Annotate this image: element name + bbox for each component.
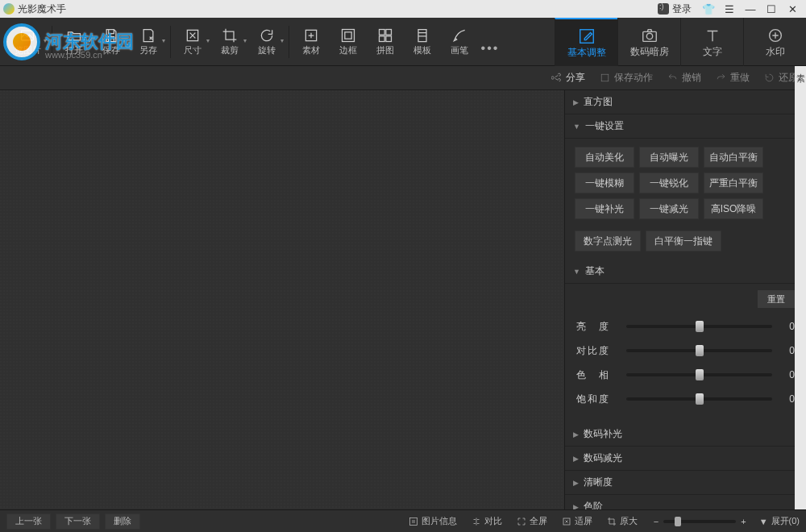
slider-0[interactable]: 亮 度 0 [576, 314, 795, 339]
quick-btn-8[interactable]: 高ISO降噪 [704, 198, 763, 219]
slider-thumb[interactable] [696, 393, 704, 405]
save-action-icon [600, 73, 610, 83]
quick-btn-4[interactable]: 一键锐化 [639, 172, 699, 193]
section-1[interactable]: ▶数码减光 [565, 447, 806, 471]
quick-btn-5[interactable]: 严重白平衡 [704, 172, 763, 193]
login-button[interactable]: 登录 [651, 0, 698, 18]
chevron-right-icon: ▶ [573, 503, 579, 510]
quick-btn-2[interactable]: 自动白平衡 [704, 147, 763, 168]
sub-toolbar: 分享 保存动作 撤销 重做 还原 [0, 66, 806, 90]
brush-button[interactable]: 画笔 [441, 18, 478, 66]
crop-button[interactable]: 裁剪▾ [211, 18, 248, 66]
quick-btn-1[interactable]: 自动曝光 [639, 147, 699, 168]
brush-icon [451, 27, 468, 44]
zoom-in-icon[interactable]: + [741, 517, 746, 526]
info-icon [409, 517, 418, 526]
restore-button[interactable]: 还原 [764, 71, 798, 85]
frame-icon [339, 27, 357, 44]
slider-3[interactable]: 饱和度 0 [576, 387, 795, 411]
maximize-button[interactable]: ☐ [761, 0, 782, 18]
slider-value: 0 [779, 321, 795, 332]
next-image-button[interactable]: 下一张 [56, 513, 100, 530]
material-button[interactable]: 素材 [293, 18, 330, 66]
share-button[interactable]: 分享 [551, 71, 585, 85]
slider-thumb[interactable] [696, 321, 704, 332]
delete-button[interactable]: 删除 [105, 513, 140, 530]
image-info-button[interactable]: 图片信息 [404, 515, 462, 527]
app-icon [3, 3, 15, 15]
prev-image-button[interactable]: 上一张 [6, 513, 51, 530]
undo-button[interactable]: 撤销 [667, 71, 701, 85]
close-button[interactable]: ✕ [782, 0, 803, 18]
open-button[interactable]: 打开▾ [56, 18, 93, 66]
slider-2[interactable]: 色 相 0 [576, 363, 795, 387]
quick-row2-btn-1[interactable]: 白平衡一指键 [646, 231, 721, 251]
titlebar: 光影魔术手 登录 👕 ☰ — ☐ ✕ [0, 0, 806, 18]
slider-label: 对比度 [576, 344, 620, 358]
slider-label: 色 相 [576, 368, 620, 382]
section-0[interactable]: ▶数码补光 [565, 422, 806, 447]
section-3[interactable]: ▶色阶 [565, 495, 806, 509]
original-size-button[interactable]: 原大 [602, 515, 642, 527]
section-histogram[interactable]: ▶ 直方图 [565, 90, 806, 114]
fullscreen-button[interactable]: 全屏 [512, 515, 552, 527]
frame-button[interactable]: 边框 [330, 18, 367, 66]
section-quick-settings[interactable]: ▼ 一键设置 [565, 114, 806, 139]
slider-track[interactable] [626, 397, 772, 401]
chevron-right-icon: ▶ [573, 479, 579, 487]
rotate-button[interactable]: 旋转▾ [248, 18, 285, 66]
slider-thumb[interactable] [696, 345, 704, 356]
minimize-button[interactable]: — [740, 0, 761, 18]
slider-track[interactable] [626, 349, 772, 352]
fullscreen-icon [517, 517, 526, 526]
template-button[interactable]: 模板 [404, 18, 441, 66]
collage-button[interactable]: 拼图 [367, 18, 404, 66]
skin-button[interactable]: 👕 [698, 0, 719, 18]
zoom-slider[interactable]: − + [654, 517, 746, 526]
svg-rect-4 [345, 32, 351, 39]
save-button[interactable]: 保存 [93, 18, 130, 66]
expand-button[interactable]: ▼展开(0) [759, 515, 800, 527]
share-icon [551, 73, 562, 83]
edit-icon [577, 27, 596, 46]
chevron-down-icon: ▼ [573, 123, 580, 131]
slider-1[interactable]: 对比度 0 [576, 339, 795, 363]
fit-screen-button[interactable]: 适屏 [557, 515, 597, 527]
right-edge-strip[interactable]: 素 [795, 66, 806, 509]
quick-btn-0[interactable]: 自动美化 [575, 147, 634, 168]
tab-watermark[interactable]: 水印 [743, 18, 806, 66]
quick-btn-6[interactable]: 一键补光 [575, 198, 634, 219]
view-images-button[interactable]: 览图片 ▾ [6, 18, 48, 66]
tab-darkroom[interactable]: 数码暗房 [617, 18, 680, 66]
svg-rect-7 [380, 36, 385, 42]
canvas-area[interactable] [0, 90, 564, 509]
template-icon [413, 27, 431, 44]
section-2[interactable]: ▶清晰度 [565, 471, 806, 495]
quick-btn-7[interactable]: 一键减光 [639, 198, 699, 219]
saveas-button[interactable]: 另存▾ [130, 18, 167, 66]
svg-rect-5 [380, 30, 385, 35]
slider-track[interactable] [626, 373, 772, 376]
slider-thumb[interactable] [696, 369, 704, 380]
quick-row2-btn-0[interactable]: 数字点测光 [575, 231, 641, 251]
app-title: 光影魔术手 [18, 2, 66, 16]
tab-text[interactable]: 文字 [680, 18, 743, 66]
compare-button[interactable]: 对比 [467, 515, 507, 527]
slider-track[interactable] [626, 325, 772, 328]
size-button[interactable]: 尺寸▾ [174, 18, 211, 66]
menu-button[interactable]: ☰ [719, 0, 740, 18]
crop-icon [607, 517, 617, 526]
redo-button[interactable]: 重做 [716, 71, 750, 85]
fit-icon [562, 517, 571, 526]
restore-icon [764, 73, 775, 83]
save-action-button[interactable]: 保存动作 [600, 71, 653, 85]
zoom-out-icon[interactable]: − [654, 517, 659, 526]
reset-button[interactable]: 重置 [758, 290, 795, 308]
saveas-icon [139, 27, 157, 44]
quick-btn-3[interactable]: 一键模糊 [575, 172, 634, 193]
edge-tab[interactable]: 素 [795, 66, 806, 90]
svg-rect-3 [343, 30, 355, 42]
tab-basic-adjust[interactable]: 基本调整 [555, 18, 617, 66]
section-basic[interactable]: ▼ 基本 [565, 260, 806, 284]
more-tools-button[interactable]: ••• [478, 28, 502, 56]
